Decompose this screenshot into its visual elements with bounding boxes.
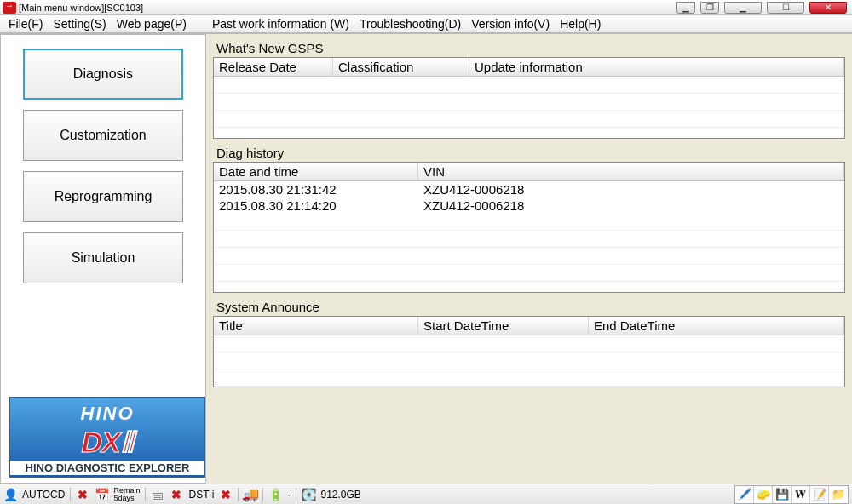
dst-error-icon: ✖ xyxy=(219,488,233,501)
mdi-minimize-button[interactable]: ▁ xyxy=(676,2,695,14)
cell-vin: XZU412-0006218 xyxy=(418,198,844,214)
mdi-restore-button[interactable]: ❐ xyxy=(700,2,719,14)
tool-save-icon[interactable]: 💾 xyxy=(773,486,792,503)
status-user: AUTOCD xyxy=(22,489,65,501)
table-row xyxy=(214,248,844,265)
table-row[interactable]: 2015.08.30 21:31:42 XZU412-0006218 xyxy=(214,181,844,198)
tool-text-icon[interactable]: 𝐖 xyxy=(792,486,810,503)
diag-history-group: Diag history Date and time VIN 2015.08.3… xyxy=(213,144,845,293)
table-row xyxy=(214,214,844,231)
table-row xyxy=(214,335,844,352)
tool-eraser-icon[interactable]: 🧽 xyxy=(754,486,773,503)
window-title: [Main menu window][SC0103] xyxy=(19,3,143,13)
table-row xyxy=(214,231,844,248)
whats-new-title: What's New GSPS xyxy=(213,39,845,57)
sidebar-diagnosis-button[interactable]: Diagnosis xyxy=(23,49,183,100)
tool-edit-icon[interactable]: 📝 xyxy=(810,486,829,503)
menu-past-work[interactable]: Past work information (W) xyxy=(207,17,354,31)
logo-product: DXⅡ xyxy=(10,425,204,459)
cell-vin: XZU412-0006218 xyxy=(418,181,844,198)
window-titlebar: [Main menu window][SC0103] ▁ ❐ ▁ ☐ ✕ xyxy=(0,0,852,15)
menu-help[interactable]: Help(H) xyxy=(555,17,606,31)
system-announce-title: System Announce xyxy=(213,298,845,316)
sidebar-reprogramming-button[interactable]: Reprogramming xyxy=(23,171,183,222)
table-row xyxy=(214,265,844,282)
sidebar-simulation-button[interactable]: Simulation xyxy=(23,232,183,284)
status-toolbar: 🖊️ 🧽 💾 𝐖 📝 📁 xyxy=(734,485,849,504)
table-row xyxy=(214,352,844,369)
tool-pen-icon[interactable]: 🖊️ xyxy=(735,486,754,503)
battery-icon: 🔋 xyxy=(268,488,282,501)
diag-history-title: Diag history xyxy=(213,144,845,162)
content-area: What's New GSPS Release Date Classificat… xyxy=(206,34,852,484)
battery-dash: - xyxy=(287,489,291,501)
mdi-window-buttons: ▁ ❐ xyxy=(676,0,724,14)
menu-setting[interactable]: Setting(S) xyxy=(48,17,111,31)
minimize-button[interactable]: ▁ xyxy=(724,2,762,14)
menu-troubleshooting[interactable]: Troubleshooting(D) xyxy=(354,17,466,31)
brand-logo: HINO DXⅡ HINO DIAGNOSTIC EXPLORER xyxy=(9,397,205,478)
calendar-icon: 📅 xyxy=(95,488,108,501)
table-row xyxy=(214,77,844,94)
system-announce-group: System Announce Title Start DateTime End… xyxy=(213,298,845,387)
close-button[interactable]: ✕ xyxy=(809,2,847,14)
status-remain: Remain5days xyxy=(113,487,140,502)
sidebar-customization-button[interactable]: Customization xyxy=(23,110,183,161)
tool-folder-icon[interactable]: 📁 xyxy=(829,486,848,503)
whats-new-grid[interactable]: Release Date Classification Update infor… xyxy=(213,57,845,139)
status-bar: 👤 AUTOCD ✖ 📅 Remain5days 🖴 ✖ DST-i ✖ 🚚 🔋… xyxy=(0,484,852,504)
truck-icon: 🚚 xyxy=(244,488,257,501)
sidebar: Diagnosis Customization Reprogramming Si… xyxy=(0,34,206,484)
col-start-datetime[interactable]: Start DateTime xyxy=(418,317,589,335)
col-end-datetime[interactable]: End DateTime xyxy=(589,317,844,335)
drive-error-icon: ✖ xyxy=(170,488,183,501)
menu-webpage[interactable]: Web page(P) xyxy=(112,17,192,31)
main-menubar: File(F) Setting(S) Web page(P) Past work… xyxy=(0,15,852,34)
system-announce-grid[interactable]: Title Start DateTime End DateTime xyxy=(213,316,845,387)
app-icon xyxy=(3,2,16,14)
table-row xyxy=(214,94,844,111)
menu-file[interactable]: File(F) xyxy=(3,17,48,31)
logo-brand: HINO xyxy=(10,403,204,425)
logo-subtitle: HINO DIAGNOSTIC EXPLORER xyxy=(10,461,204,475)
col-release-date[interactable]: Release Date xyxy=(214,58,333,76)
table-row[interactable]: 2015.08.30 21:14:20 XZU412-0006218 xyxy=(214,198,844,214)
col-vin[interactable]: VIN xyxy=(418,163,844,180)
table-row xyxy=(214,369,844,387)
whats-new-group: What's New GSPS Release Date Classificat… xyxy=(213,39,845,139)
cell-datetime: 2015.08.30 21:14:20 xyxy=(214,198,418,214)
diag-history-grid[interactable]: Date and time VIN 2015.08.30 21:31:42 XZ… xyxy=(213,162,845,293)
menu-version-info[interactable]: Version info(V) xyxy=(466,17,555,31)
col-datetime[interactable]: Date and time xyxy=(214,163,418,180)
col-classification[interactable]: Classification xyxy=(333,58,469,76)
status-disk: 912.0GB xyxy=(320,489,360,501)
col-update-info[interactable]: Update information xyxy=(469,58,844,76)
cell-datetime: 2015.08.30 21:31:42 xyxy=(214,181,418,198)
network-disconnected-icon: ✖ xyxy=(76,488,89,501)
drive-icon: 🖴 xyxy=(151,488,164,501)
status-dst: DST-i xyxy=(188,489,214,501)
main-area: Diagnosis Customization Reprogramming Si… xyxy=(0,34,852,484)
table-row xyxy=(214,111,844,128)
maximize-button[interactable]: ☐ xyxy=(767,2,804,14)
user-icon: 👤 xyxy=(3,488,17,501)
col-title[interactable]: Title xyxy=(214,317,418,335)
window-buttons: ▁ ☐ ✕ xyxy=(724,0,852,14)
disk-icon: 💽 xyxy=(302,488,315,501)
